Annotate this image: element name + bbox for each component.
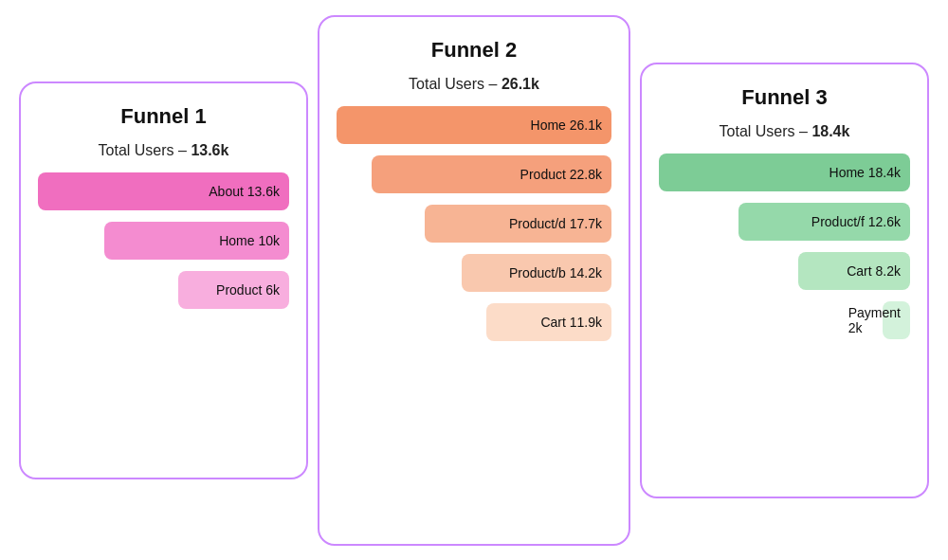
funnel-3-bar-row-3: Cart 8.2k <box>659 252 910 290</box>
funnel-1-bars: About 13.6kHome 10kProduct 6k <box>38 172 289 309</box>
funnel-2-bar-row-2: Product 22.8k <box>337 155 611 193</box>
funnel-card-2: Funnel 2Total Users – 26.1kHome 26.1kPro… <box>318 15 630 546</box>
funnel-2-bar-1: Home 26.1k <box>337 106 611 144</box>
dashboard: Funnel 1Total Users – 13.6kAbout 13.6kHo… <box>0 0 948 560</box>
funnel-1-bar-row-1: About 13.6k <box>38 172 289 210</box>
funnel-card-1: Funnel 1Total Users – 13.6kAbout 13.6kHo… <box>19 81 308 479</box>
funnel-3-total: Total Users – 18.4k <box>659 123 910 140</box>
funnel-2-title: Funnel 2 <box>337 38 611 63</box>
funnel-3-bar-row-1: Home 18.4k <box>659 154 910 191</box>
funnel-3-bars: Home 18.4kProduct/f 12.6kCart 8.2kPaymen… <box>659 154 910 339</box>
funnel-2-bar-5: Cart 11.9k <box>486 303 611 341</box>
funnel-2-bar-row-3: Product/d 17.7k <box>337 205 611 243</box>
funnel-1-total: Total Users – 13.6k <box>38 142 289 159</box>
funnel-1-bar-1: About 13.6k <box>38 172 289 210</box>
funnel-1-bar-row-2: Home 10k <box>38 222 289 260</box>
funnel-1-bar-row-3: Product 6k <box>38 271 289 309</box>
funnel-card-3: Funnel 3Total Users – 18.4kHome 18.4kPro… <box>640 63 929 498</box>
funnel-3-bar-row-2: Product/f 12.6k <box>659 203 910 241</box>
funnel-1-title: Funnel 1 <box>38 104 289 129</box>
funnel-3-bar-1: Home 18.4k <box>659 154 910 191</box>
funnel-1-bar-3: Product 6k <box>178 271 289 309</box>
funnel-3-bar-4: Payment 2k <box>883 301 910 339</box>
funnel-2-bar-4: Product/b 14.2k <box>462 254 611 292</box>
funnel-3-bar-2: Product/f 12.6k <box>738 203 910 241</box>
funnel-3-bar-row-4: Payment 2k <box>659 301 910 339</box>
funnel-2-bar-2: Product 22.8k <box>372 155 611 193</box>
funnel-2-bar-row-1: Home 26.1k <box>337 106 611 144</box>
funnel-1-bar-2: Home 10k <box>104 222 289 260</box>
funnel-2-bar-3: Product/d 17.7k <box>425 205 611 243</box>
funnel-2-bar-row-4: Product/b 14.2k <box>337 254 611 292</box>
funnel-3-bar-3: Cart 8.2k <box>798 252 910 290</box>
funnel-2-bars: Home 26.1kProduct 22.8kProduct/d 17.7kPr… <box>337 106 611 341</box>
funnel-2-total: Total Users – 26.1k <box>337 76 611 93</box>
funnel-2-bar-row-5: Cart 11.9k <box>337 303 611 341</box>
funnel-3-title: Funnel 3 <box>659 85 910 110</box>
